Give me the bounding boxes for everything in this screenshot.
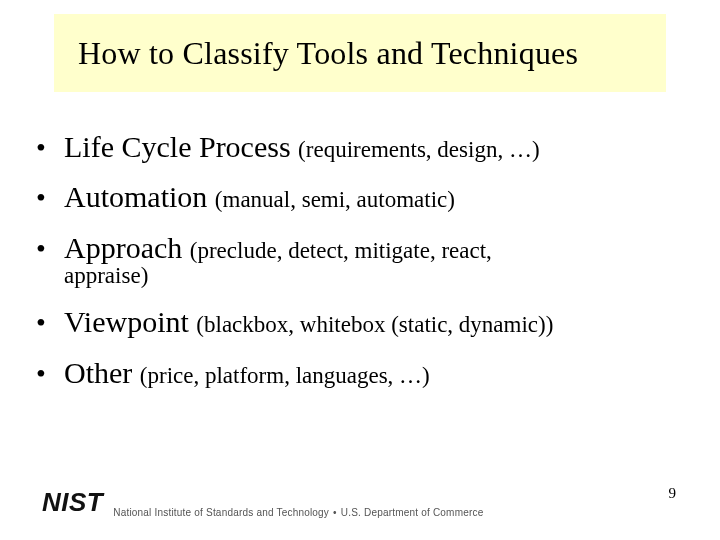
bullet-text: Other (price, platform, languages, …) (64, 354, 696, 392)
footer: NIST National Institute of Standards and… (42, 482, 682, 522)
bullet-dot-icon: • (36, 354, 64, 392)
nist-logo: NIST National Institute of Standards and… (42, 487, 483, 518)
list-item: • Approach (preclude, detect, mitigate, … (36, 229, 696, 267)
bullet-paren: (manual, semi, automatic) (215, 187, 455, 212)
slide-title: How to Classify Tools and Techniques (78, 35, 578, 72)
page-number: 9 (669, 485, 677, 502)
bullet-dot-icon: • (36, 128, 64, 166)
nist-dept: U.S. Department of Commerce (341, 507, 484, 518)
bullet-list: • Life Cycle Process (requirements, desi… (36, 128, 696, 404)
bullet-main: Life Cycle Process (64, 130, 298, 163)
bullet-text: Approach (preclude, detect, mitigate, re… (64, 229, 696, 267)
bullet-main: Automation (64, 180, 215, 213)
bullet-main: Approach (64, 231, 190, 264)
bullet-dot-icon: • (36, 229, 64, 267)
bullet-paren: (requirements, design, …) (298, 137, 539, 162)
list-item: • Viewpoint (blackbox, whitebox (static,… (36, 303, 696, 341)
bullet-paren: (preclude, detect, mitigate, react, (190, 238, 492, 263)
title-box: How to Classify Tools and Techniques (54, 14, 666, 92)
nist-org: National Institute of Standards and Tech… (113, 507, 329, 518)
list-item: • Other (price, platform, languages, …) (36, 354, 696, 392)
bullet-paren: (price, platform, languages, …) (140, 363, 430, 388)
list-item: • Life Cycle Process (requirements, desi… (36, 128, 696, 166)
nist-logo-icon: NIST (42, 487, 103, 518)
slide: How to Classify Tools and Techniques • L… (0, 0, 720, 540)
nist-subtext: National Institute of Standards and Tech… (113, 507, 483, 518)
bullet-text: Automation (manual, semi, automatic) (64, 178, 696, 216)
bullet-text: Life Cycle Process (requirements, design… (64, 128, 696, 166)
bullet-paren: (blackbox, whitebox (static, dynamic)) (196, 312, 553, 337)
bullet-main: Other (64, 356, 140, 389)
separator-dot-icon: • (333, 507, 337, 518)
bullet-dot-icon: • (36, 303, 64, 341)
bullet-main: Viewpoint (64, 305, 196, 338)
list-item: • Automation (manual, semi, automatic) (36, 178, 696, 216)
bullet-dot-icon: • (36, 178, 64, 216)
bullet-text: Viewpoint (blackbox, whitebox (static, d… (64, 303, 696, 341)
